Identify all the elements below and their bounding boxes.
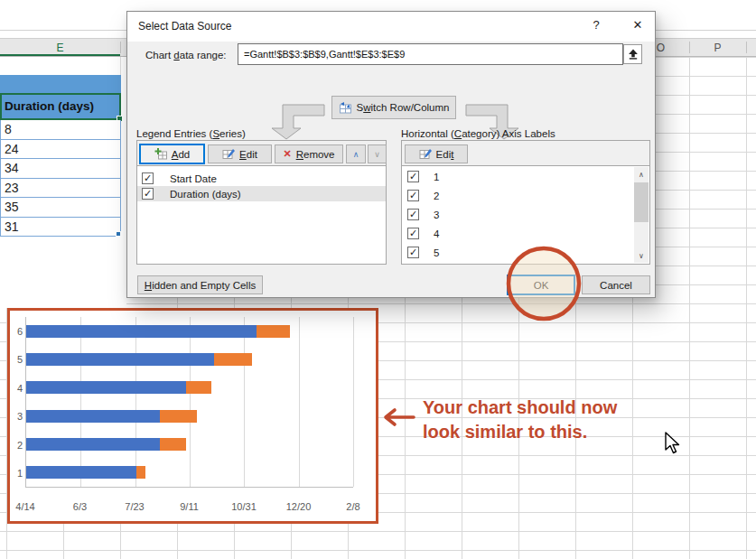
bar-duration-segment xyxy=(136,466,145,479)
add-series-button[interactable]: Add xyxy=(140,144,204,163)
move-series-up-button[interactable]: ∧ xyxy=(346,144,366,163)
chevron-down-icon: ∨ xyxy=(374,150,380,159)
chevron-up-icon: ∧ xyxy=(639,171,644,179)
duration-value-cell[interactable]: 34 xyxy=(0,159,121,179)
duration-value-cell[interactable]: 31 xyxy=(0,218,121,238)
bar-start-date-segment xyxy=(26,410,160,423)
bar-series-area xyxy=(26,317,353,487)
circle-highlight-annotation xyxy=(504,245,583,324)
bar-start-date-segment xyxy=(26,353,214,366)
gantt-bar-slot xyxy=(26,374,353,402)
column-e-cells: Duration (days) 8 24 34 23 35 31 xyxy=(0,57,121,237)
dialog-title: Select Data Source xyxy=(138,20,231,33)
mouse-cursor-icon xyxy=(663,432,681,455)
selected-column-underline xyxy=(0,54,120,56)
axis-labels-label: Horizontal (Category) Axis Labels xyxy=(401,128,555,139)
x-axis-tick-labels: 4/14 6/3 7/23 9/11 10/31 12/20 2/8 xyxy=(25,501,353,514)
collapse-dialog-button[interactable] xyxy=(623,44,642,64)
checkbox-checked-icon[interactable]: ✓ xyxy=(407,190,419,201)
duration-value-cell[interactable]: 23 xyxy=(0,179,121,199)
curved-arrow-left-icon xyxy=(270,91,326,141)
add-icon xyxy=(154,148,167,160)
scroll-up-button[interactable]: ∧ xyxy=(634,167,649,182)
bar-duration-segment xyxy=(160,438,186,451)
legend-entries-panel: Add Edit ✕ Remove ∧ xyxy=(136,140,387,265)
axis-label-row[interactable]: ✓ 3 xyxy=(402,205,634,224)
edit-icon xyxy=(222,148,235,160)
switch-row-column-button[interactable]: Switch Row/Column xyxy=(331,96,456,119)
scrollbar-thumb[interactable] xyxy=(634,182,649,222)
hidden-empty-cells-button[interactable]: Hidden and Empty Cells xyxy=(137,275,263,294)
duration-value-cell[interactable]: 35 xyxy=(0,198,121,218)
gantt-bar-slot xyxy=(26,317,353,345)
remove-series-button[interactable]: ✕ Remove xyxy=(275,144,343,163)
edit-axis-labels-button[interactable]: Edit xyxy=(405,144,468,163)
chart-data-range-input[interactable] xyxy=(238,43,623,65)
blue-banner-cell[interactable] xyxy=(0,75,121,93)
gantt-bar-slot xyxy=(26,402,353,430)
dialog-titlebar[interactable]: Select Data Source ? ✕ xyxy=(127,12,655,42)
series-row-start-date[interactable]: ✓ Start Date xyxy=(137,171,386,186)
move-series-down-button[interactable]: ∨ xyxy=(368,144,387,163)
y-axis-category-labels: 6 5 4 3 2 1 xyxy=(10,317,23,488)
chevron-up-icon: ∧ xyxy=(353,150,359,159)
bar-duration-segment xyxy=(186,381,211,394)
checkbox-checked-icon[interactable]: ✓ xyxy=(142,188,154,200)
cancel-button[interactable]: Cancel xyxy=(582,275,650,294)
chart-data-range-label: Chart data range: xyxy=(145,50,227,61)
checkbox-checked-icon[interactable]: ✓ xyxy=(407,228,419,239)
checkbox-checked-icon[interactable]: ✓ xyxy=(142,172,154,184)
series-row-duration[interactable]: ✓ Duration (days) xyxy=(137,186,386,201)
checkbox-checked-icon[interactable]: ✓ xyxy=(407,209,419,220)
axis-label-row[interactable]: ✓ 1 xyxy=(402,167,634,186)
close-icon[interactable]: ✕ xyxy=(628,18,648,32)
chevron-down-icon: ∨ xyxy=(639,252,644,260)
gantt-bar-slot xyxy=(26,430,353,458)
duration-header-cell[interactable]: Duration (days) xyxy=(0,93,121,120)
axis-label-row[interactable]: ✓ 4 xyxy=(402,224,634,243)
left-arrow-icon xyxy=(381,407,415,427)
duration-value-cell[interactable]: 8 xyxy=(0,120,121,140)
collapse-range-icon xyxy=(627,47,639,61)
bar-duration-segment xyxy=(257,325,290,338)
chart-gridline xyxy=(353,317,354,487)
bar-start-date-segment xyxy=(26,438,160,451)
column-header-p[interactable]: P xyxy=(689,39,746,57)
gantt-bar-slot xyxy=(26,459,353,487)
bar-start-date-segment xyxy=(26,325,257,338)
gantt-chart-object[interactable]: 6 5 4 3 2 1 4/14 6/3 7 xyxy=(7,308,378,524)
excel-screen: E O P Duration (days) 8 24 34 23 35 31 6… xyxy=(0,0,756,559)
checkbox-checked-icon[interactable]: ✓ xyxy=(407,247,419,258)
legend-entries-label: Legend Entries (Series) xyxy=(136,128,246,139)
gantt-bar-slot xyxy=(26,345,353,373)
scroll-down-button[interactable]: ∨ xyxy=(634,248,649,263)
help-icon[interactable]: ? xyxy=(587,18,605,32)
bar-duration-segment xyxy=(214,353,252,366)
edit-series-button[interactable]: Edit xyxy=(208,144,272,163)
range-fill-handle[interactable] xyxy=(116,231,121,237)
axis-list-scrollbar[interactable]: ∧ ∨ xyxy=(634,167,649,263)
annotation-text: Your chart should now look similar to th… xyxy=(423,396,617,444)
remove-icon: ✕ xyxy=(283,148,291,160)
plot-area xyxy=(25,317,353,488)
switch-row-column-icon xyxy=(339,102,352,114)
bar-start-date-segment xyxy=(26,381,186,394)
checkbox-checked-icon[interactable]: ✓ xyxy=(407,171,419,182)
axis-label-row[interactable]: ✓ 2 xyxy=(402,186,634,205)
bar-duration-segment xyxy=(160,410,197,423)
empty-cell[interactable] xyxy=(0,57,121,75)
bar-start-date-segment xyxy=(26,466,136,479)
legend-series-list: ✓ Start Date ✓ Duration (days) xyxy=(137,167,386,264)
edit-icon xyxy=(419,148,432,160)
duration-value-cell[interactable]: 24 xyxy=(0,140,121,160)
